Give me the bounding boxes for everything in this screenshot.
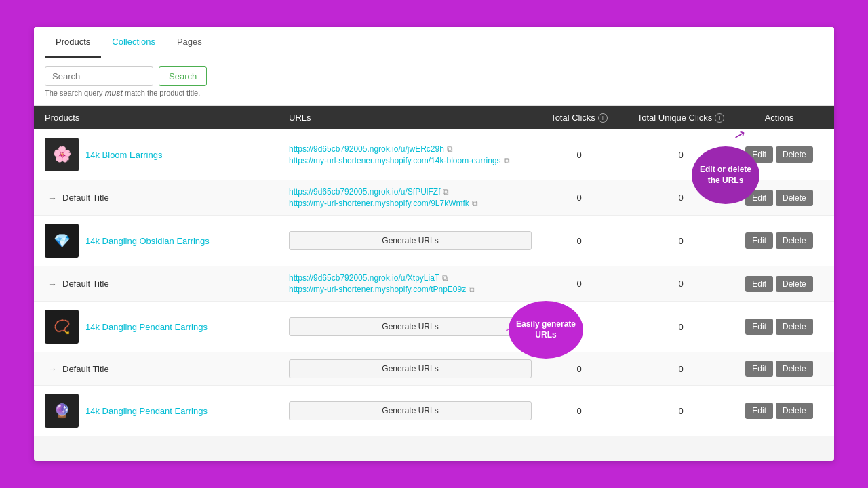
search-hint: The search query must match the product … xyxy=(45,89,823,97)
callout-generate: Easily generate URLs xyxy=(509,301,583,359)
copy-icon[interactable]: ⧉ xyxy=(443,187,449,197)
product-thumbnail xyxy=(45,310,79,344)
copy-icon[interactable]: ⧉ xyxy=(469,285,475,294)
sub-row-label: → Default Title xyxy=(45,192,289,203)
total-clicks-info-icon[interactable]: i xyxy=(598,113,608,123)
copy-icon[interactable]: ⧉ xyxy=(442,273,448,283)
table-row: 14k Dangling Obsidian Earrings Generate … xyxy=(34,216,834,266)
url-cell: https://9d65cb792005.ngrok.io/u/SfPUlFZf… xyxy=(289,187,532,208)
delete-button[interactable]: Delete xyxy=(776,276,813,292)
arrow-icon: → xyxy=(47,192,57,203)
total-clicks-value: 0 xyxy=(532,236,627,246)
search-button[interactable]: Search xyxy=(159,66,207,86)
edit-button[interactable]: Edit xyxy=(745,361,773,377)
product-link[interactable]: 14k Bloom Earrings xyxy=(85,150,162,160)
url-cell: Generate URLs xyxy=(289,231,532,250)
product-name-cell: 14k Bloom Earrings xyxy=(45,138,289,171)
th-urls: URLs xyxy=(289,113,532,123)
table-wrapper: Products URLs Total Clicks i Total Uniqu… xyxy=(34,106,834,436)
url-link-1[interactable]: https://9d65cb792005.ngrok.io/u/jwERc29h xyxy=(289,144,444,154)
table-row: → Default Title Generate URLs 0 0 Edit D… xyxy=(34,352,834,386)
delete-button[interactable]: Delete xyxy=(776,319,813,335)
sub-row-label: → Default Title xyxy=(45,363,289,374)
url-cell: Generate URLs xyxy=(289,359,532,378)
actions-cell: Edit Delete xyxy=(735,276,823,292)
actions-cell: Edit Delete xyxy=(735,232,823,249)
delete-button[interactable]: Delete xyxy=(776,232,813,249)
arrow-icon: → xyxy=(47,363,57,374)
edit-button[interactable]: Edit xyxy=(745,403,773,419)
th-total-unique-clicks: Total Unique Clicks i xyxy=(627,113,735,123)
generate-urls-button[interactable]: Generate URLs xyxy=(289,231,532,250)
product-thumbnail xyxy=(45,138,79,171)
edit-button[interactable]: Edit xyxy=(745,319,773,335)
total-unique-clicks-value: 0 xyxy=(627,322,735,332)
tab-pages[interactable]: Pages xyxy=(166,27,213,58)
product-thumbnail xyxy=(45,224,79,258)
table-row: 14k Dangling Pendant Earrings Generate U… xyxy=(34,386,834,436)
tab-collections[interactable]: Collections xyxy=(101,27,166,58)
total-unique-clicks-value: 0 xyxy=(627,364,735,374)
product-link[interactable]: 14k Dangling Pendant Earrings xyxy=(85,322,208,332)
sub-title: Default Title xyxy=(62,279,109,289)
url-cell: https://9d65cb792005.ngrok.io/u/XtpyLiaT… xyxy=(289,273,532,294)
product-link[interactable]: 14k Dangling Obsidian Earrings xyxy=(85,236,210,246)
generate-urls-button[interactable]: Generate URLs xyxy=(289,401,532,420)
th-products: Products xyxy=(45,113,289,123)
sub-title: Default Title xyxy=(62,364,109,374)
total-unique-clicks-value: 0 xyxy=(627,406,735,416)
copy-icon[interactable]: ⧉ xyxy=(447,144,453,154)
total-clicks-value: 0 xyxy=(532,279,627,289)
total-clicks-value: 0 xyxy=(532,192,627,203)
generate-urls-button[interactable]: Generate URLs xyxy=(289,317,532,336)
total-unique-clicks-value: 0 xyxy=(627,236,735,246)
delete-button[interactable]: Delete xyxy=(776,403,813,419)
callout-edit-delete: Edit or delete the URLs xyxy=(692,146,760,204)
url-link-2[interactable]: https://my-url-shortener.myshopify.com/t… xyxy=(289,285,466,294)
product-name-cell: 14k Dangling Pendant Earrings xyxy=(45,310,289,344)
th-actions: Actions xyxy=(735,113,823,123)
actions-cell: Edit Delete xyxy=(735,361,823,377)
product-name-cell: 14k Dangling Pendant Earrings xyxy=(45,394,289,428)
delete-button[interactable]: Delete xyxy=(776,190,813,206)
url-link-2[interactable]: https://my-url-shortener.myshopify.com/9… xyxy=(289,199,469,208)
total-unique-clicks-value: 0 xyxy=(627,279,735,289)
url-link-2[interactable]: https://my-url-shortener.myshopify.com/1… xyxy=(289,156,501,165)
url-link-1[interactable]: https://9d65cb792005.ngrok.io/u/XtpyLiaT xyxy=(289,273,439,283)
sub-row-label: → Default Title xyxy=(45,279,289,289)
url-link-1[interactable]: https://9d65cb792005.ngrok.io/u/SfPUlFZf xyxy=(289,187,440,197)
edit-button[interactable]: Edit xyxy=(745,232,773,249)
edit-button[interactable]: Edit xyxy=(745,276,773,292)
table-row: → Default Title https://9d65cb792005.ngr… xyxy=(34,266,834,302)
main-container: Products Collections Pages Search The se… xyxy=(34,27,834,461)
tab-products[interactable]: Products xyxy=(45,27,101,58)
url-cell: Generate URLs xyxy=(289,317,532,336)
total-unique-clicks-info-icon[interactable]: i xyxy=(715,113,724,123)
copy-icon[interactable]: ⧉ xyxy=(504,156,510,165)
generate-urls-button[interactable]: Generate URLs xyxy=(289,359,532,378)
copy-icon[interactable]: ⧉ xyxy=(472,199,478,208)
actions-cell: Edit Delete xyxy=(735,319,823,335)
total-clicks-value: 0 xyxy=(532,150,627,160)
arrow-icon: → xyxy=(47,279,57,289)
product-thumbnail xyxy=(45,394,79,428)
product-name-cell: 14k Dangling Obsidian Earrings xyxy=(45,224,289,258)
total-clicks-value: 0 xyxy=(532,364,627,374)
actions-cell: Edit Delete xyxy=(735,403,823,419)
product-link[interactable]: 14k Dangling Pendant Earrings xyxy=(85,406,208,416)
url-cell: Generate URLs xyxy=(289,401,532,420)
total-clicks-value: 0 xyxy=(532,406,627,416)
delete-button[interactable]: Delete xyxy=(776,361,813,377)
th-total-clicks: Total Clicks i xyxy=(532,113,627,123)
search-bar: Search The search query must match the p… xyxy=(34,58,834,106)
sub-title: Default Title xyxy=(62,192,109,203)
table-row: 14k Dangling Pendant Earrings Generate U… xyxy=(34,302,834,352)
search-input[interactable] xyxy=(45,66,153,86)
table-header: Products URLs Total Clicks i Total Uniqu… xyxy=(34,106,834,129)
url-cell: https://9d65cb792005.ngrok.io/u/jwERc29h… xyxy=(289,144,532,165)
delete-button[interactable]: Delete xyxy=(776,146,813,163)
tabs-bar: Products Collections Pages xyxy=(34,27,834,58)
